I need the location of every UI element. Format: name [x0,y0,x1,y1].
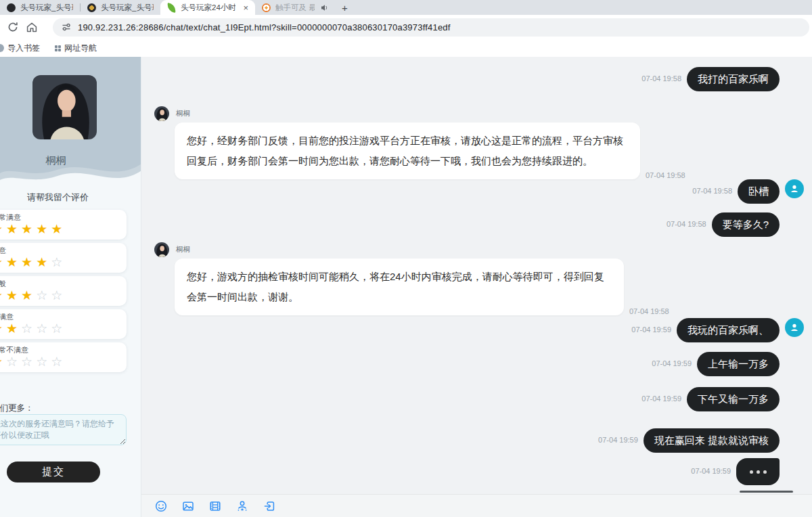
star-filled-icon[interactable]: ★ [6,321,21,336]
tab-3-active[interactable]: 头号玩家24小时在 × [160,0,255,15]
tab-4[interactable]: 触手可及 最美真人 [255,0,335,15]
timestamp: 07-04 19:59 [652,359,692,367]
message-bubble: 现在赢回来 提款就说审核 [644,428,780,453]
browser-toolbar: 190.92.231.26:28686/chat/text/chat_1I9Ep… [0,15,812,39]
close-icon[interactable]: × [243,3,248,12]
star-empty-icon[interactable]: ☆ [6,355,21,369]
star-empty-icon[interactable]: ☆ [21,355,36,369]
leaf-favicon [166,3,177,13]
star-empty-icon[interactable]: ☆ [36,288,51,302]
avatar-slot [785,387,804,406]
rating-label: 一般 [0,279,127,289]
timestamp: 07-04 19:58 [629,307,669,315]
message-bubble: 我玩的百家乐啊、 [677,318,780,342]
home-icon[interactable] [26,21,38,33]
avatar-slot [785,67,804,86]
feedback-input[interactable] [0,414,127,445]
smiley-icon[interactable] [154,499,168,513]
avatar-slot [785,458,804,477]
rating-label: 不满意 [0,312,127,322]
message-bubble: 我打的百家乐啊 [687,67,780,91]
star-empty-icon[interactable]: ☆ [36,355,51,369]
star-row[interactable]: ★★★★☆ [0,256,127,269]
star-row[interactable]: ★★★☆☆ [0,289,127,302]
bookmark-import[interactable]: 导入书签 [0,43,40,54]
avatar-slot [785,428,804,447]
timestamp: 07-04 19:59 [598,436,638,444]
agent-message: 桐桐 您好，游戏方的抽检审核时间可能稍久，将在24小时内审核完成，请耐心等待即可… [141,242,812,315]
tab-strip: 头号玩家_头号玩家游 头号玩家_头号玩家游 头号玩家24小时在 × 触手可及 最… [0,0,812,15]
grid-icon [55,45,61,51]
message-bubble: 下午又输一万多 [687,387,780,411]
star-empty-icon[interactable]: ☆ [36,321,51,336]
user-message: 07-04 19:58 我打的百家乐啊 [141,67,812,91]
speaker-icon [321,4,328,12]
star-filled-icon[interactable]: ★ [21,255,36,269]
star-filled-icon[interactable]: ★ [0,355,6,369]
rating-option-2[interactable]: 不满意 ★★☆☆☆ [0,309,127,339]
star-empty-icon[interactable]: ☆ [51,321,66,336]
orange-circle-favicon [262,3,271,12]
timestamp: 07-04 19:59 [631,325,671,334]
star-filled-icon[interactable]: ★ [0,222,6,236]
tab-2[interactable]: 头号玩家_头号玩家游 [81,0,160,15]
rating-option-4[interactable]: 满意 ★★★★☆ [0,243,127,273]
star-empty-icon[interactable]: ☆ [51,255,66,269]
star-filled-icon[interactable]: ★ [0,321,6,336]
rating-option-1[interactable]: 非常不满意 ★☆☆☆☆ [0,342,127,372]
bookmark-nav[interactable]: 网址导航 [55,43,97,54]
image-icon[interactable] [181,499,195,513]
timestamp: 07-04 19:59 [691,467,731,475]
star-filled-icon[interactable]: ★ [0,288,6,302]
timestamp: 07-04 19:58 [692,187,732,195]
star-empty-icon[interactable]: ☆ [21,321,36,336]
agent-sidebar: 桐桐 请帮我留个评价 非常满意 ★★★★★ 满意 ★★★★☆ 一般 ★★★☆☆ … [0,57,141,517]
exit-icon[interactable] [263,499,276,513]
message-bubble: 卧槽 [738,179,780,204]
tune-icon[interactable] [62,22,71,32]
user-avatar [785,318,804,337]
new-tab-button[interactable]: + [342,2,348,14]
star-row[interactable]: ★★★★★ [0,223,127,235]
rating-title: 请帮我留个评价 [27,192,89,204]
star-row[interactable]: ★☆☆☆☆ [0,355,127,368]
star-filled-icon[interactable]: ★ [6,255,21,269]
user-message: 07-04 19:59 现在赢回来 提款就说审核 [141,428,812,453]
rating-label: 非常满意 [0,212,127,223]
rating-label: 非常不满意 [0,345,127,355]
url-text[interactable]: 190.92.231.26:28686/chat/text/chat_1I9Ep… [78,22,451,32]
refresh-icon[interactable] [7,21,19,33]
message-bubble: 您好，游戏方的抽检审核时间可能稍久，将在24小时内审核完成，请耐心等待即可，得到… [175,258,624,315]
bookmark-import-icon [0,44,4,52]
avatar-slot [785,212,804,231]
star-filled-icon[interactable]: ★ [0,255,6,269]
star-filled-icon[interactable]: ★ [51,222,66,236]
star-filled-icon[interactable]: ★ [36,255,51,269]
star-filled-icon[interactable]: ★ [6,288,21,302]
video-icon[interactable] [208,499,222,513]
agent-avatar-small [154,242,169,257]
star-empty-icon[interactable]: ☆ [51,355,66,369]
submit-button[interactable]: 提交 [7,462,100,482]
address-bar[interactable]: 190.92.231.26:28686/chat/text/chat_1I9Ep… [53,18,809,37]
agent-name-label: 桐桐 [176,245,190,254]
rate-person-icon[interactable] [235,499,249,513]
rating-option-5[interactable]: 非常满意 ★★★★★ [0,210,127,240]
agent-message: 桐桐 您好，经财务部门反馈，目前您的投注游戏平台方正在审核，请放心这是正常的流程… [141,106,812,179]
tab-1[interactable]: 头号玩家_头号玩家游 [0,0,80,15]
star-empty-icon[interactable]: ☆ [51,288,66,302]
tab-label: 头号玩家24小时在 [181,3,235,13]
star-row[interactable]: ★★☆☆☆ [0,322,127,335]
bookmarks-bar: 导入书签 网址导航 [0,39,812,57]
tab-label: 触手可及 最美真人 [275,3,315,13]
star-filled-icon[interactable]: ★ [21,288,36,302]
star-filled-icon[interactable]: ★ [36,222,51,236]
user-message: 07-04 19:59 我玩的百家乐啊、 [141,318,812,342]
browser-window: 头号玩家_头号玩家游 头号玩家_头号玩家游 头号玩家24小时在 × 触手可及 最… [0,0,812,517]
star-filled-icon[interactable]: ★ [21,222,36,236]
message-list[interactable]: 07-04 19:58 我打的百家乐啊 桐桐 您好，经财务部门反馈，目前您的投注… [141,57,812,494]
rating-option-3[interactable]: 一般 ★★★☆☆ [0,276,127,306]
chat-panel: 07-04 19:58 我打的百家乐啊 桐桐 您好，经财务部门反馈，目前您的投注… [141,57,812,517]
timestamp: 07-04 19:59 [641,395,681,403]
star-filled-icon[interactable]: ★ [6,222,21,236]
